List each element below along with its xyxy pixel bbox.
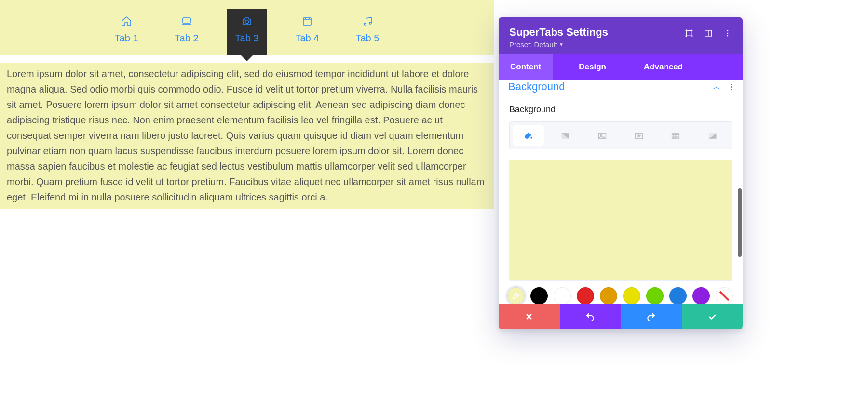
settings-title: SuperTabs Settings bbox=[509, 26, 608, 39]
scrollbar[interactable] bbox=[738, 188, 742, 257]
svg-point-3 bbox=[364, 23, 366, 25]
chevron-up-icon[interactable]: ︿ bbox=[712, 81, 721, 93]
bg-type-image[interactable] bbox=[586, 125, 618, 146]
gradient-icon bbox=[560, 131, 570, 140]
laptop-icon bbox=[181, 15, 192, 27]
svg-point-11 bbox=[600, 134, 602, 136]
preview-tab-3[interactable]: Tab 3 bbox=[227, 9, 268, 55]
preview-tab-label: Tab 1 bbox=[115, 33, 138, 44]
svg-point-8 bbox=[727, 33, 729, 34]
calendar-icon bbox=[301, 15, 313, 27]
swatch-none[interactable] bbox=[716, 287, 733, 304]
settings-body: Background ︿ Background bbox=[499, 80, 743, 304]
preview-tab-label: Tab 4 bbox=[295, 33, 319, 44]
svg-point-4 bbox=[369, 22, 371, 24]
svg-point-1 bbox=[245, 20, 249, 24]
section-kebab-icon[interactable] bbox=[731, 84, 732, 90]
preview-tab-5[interactable]: Tab 5 bbox=[347, 9, 388, 55]
preset-selector[interactable]: Preset: Default ▼ bbox=[509, 40, 608, 49]
swatch-black[interactable] bbox=[530, 287, 548, 304]
panel-layout-icon[interactable] bbox=[704, 29, 713, 38]
music-icon bbox=[362, 15, 373, 27]
bg-type-color[interactable] bbox=[513, 125, 544, 146]
cancel-button[interactable] bbox=[499, 304, 560, 329]
svg-point-9 bbox=[727, 35, 729, 37]
color-preview[interactable] bbox=[509, 160, 732, 281]
kebab-icon[interactable] bbox=[723, 29, 732, 38]
responsive-icon[interactable] bbox=[685, 29, 693, 38]
settings-footer bbox=[499, 304, 743, 329]
settings-panel: SuperTabs Settings Preset: Default ▼ Con… bbox=[499, 17, 743, 329]
preview-content-text: Lorem ipsum dolor sit amet, consectetur … bbox=[0, 63, 494, 209]
tab-advanced[interactable]: Advanced bbox=[632, 54, 694, 80]
preview-tab-1[interactable]: Tab 1 bbox=[106, 9, 147, 55]
preset-label: Preset: bbox=[509, 40, 532, 49]
bg-type-pattern[interactable] bbox=[660, 125, 692, 146]
swatch-yellow[interactable] bbox=[623, 287, 640, 304]
preview-tab-label: Tab 2 bbox=[175, 33, 199, 44]
preview-tab-2[interactable]: Tab 2 bbox=[166, 9, 207, 55]
home-icon bbox=[121, 15, 132, 27]
save-button[interactable] bbox=[682, 304, 743, 329]
preview-tab-label: Tab 3 bbox=[235, 33, 259, 44]
video-icon bbox=[634, 131, 644, 140]
swatch-red[interactable] bbox=[577, 287, 594, 304]
preview-area: Tab 1 Tab 2 Tab 3 Tab 4 bbox=[0, 0, 494, 209]
preview-tab-label: Tab 5 bbox=[355, 33, 379, 44]
settings-header: SuperTabs Settings Preset: Default ▼ bbox=[499, 17, 743, 54]
bg-type-mask[interactable] bbox=[697, 125, 729, 146]
bg-type-video[interactable] bbox=[623, 125, 655, 146]
color-swatches bbox=[499, 281, 743, 304]
swatch-purple[interactable] bbox=[692, 287, 710, 304]
tab-content[interactable]: Content bbox=[499, 54, 553, 80]
undo-button[interactable] bbox=[560, 304, 621, 329]
swatch-white[interactable] bbox=[554, 287, 571, 304]
section-title: Background bbox=[508, 80, 565, 93]
preset-value: Default bbox=[534, 40, 557, 49]
svg-point-7 bbox=[727, 30, 729, 31]
preview-tab-4[interactable]: Tab 4 bbox=[286, 9, 327, 55]
settings-tabs: Content Design Advanced bbox=[499, 54, 743, 80]
bg-type-gradient[interactable] bbox=[549, 125, 581, 146]
redo-button[interactable] bbox=[621, 304, 682, 329]
section-header-background[interactable]: Background ︿ bbox=[509, 80, 732, 100]
preview-tabbar: Tab 1 Tab 2 Tab 3 Tab 4 bbox=[0, 0, 494, 55]
svg-rect-2 bbox=[303, 18, 311, 25]
image-icon bbox=[597, 131, 607, 140]
swatch-green[interactable] bbox=[646, 287, 664, 304]
chevron-down-icon: ▼ bbox=[559, 42, 564, 47]
swatch-eyedropper[interactable] bbox=[507, 287, 525, 304]
swatch-blue[interactable] bbox=[669, 287, 687, 304]
mask-icon bbox=[708, 131, 718, 140]
tab-design[interactable]: Design bbox=[567, 54, 618, 80]
background-type-tabs bbox=[509, 121, 732, 149]
pattern-icon bbox=[671, 131, 680, 140]
svg-rect-0 bbox=[183, 18, 190, 23]
swatch-orange[interactable] bbox=[600, 287, 617, 304]
camera-icon bbox=[241, 15, 253, 27]
svg-rect-5 bbox=[687, 31, 692, 36]
fill-icon bbox=[524, 131, 533, 140]
field-label-background: Background bbox=[509, 102, 732, 121]
